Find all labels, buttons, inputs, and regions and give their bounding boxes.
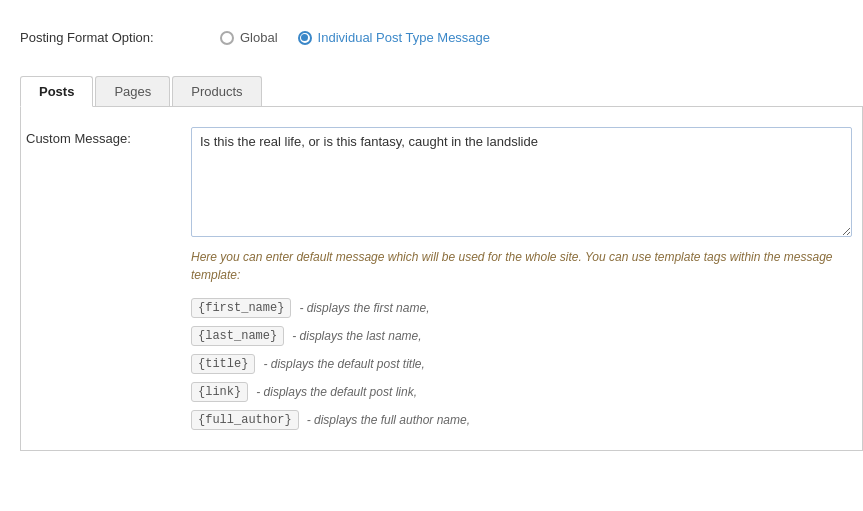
tag-description: - displays the first name,: [299, 301, 429, 315]
tag-description: - displays the default post title,: [263, 357, 424, 371]
radio-global-circle: [220, 31, 234, 45]
tag-description: - displays the default post link,: [256, 385, 417, 399]
posting-format-row: Posting Format Option: Global Individual…: [20, 20, 863, 55]
tab-posts[interactable]: Posts: [20, 76, 93, 107]
tab-pages[interactable]: Pages: [95, 76, 170, 106]
message-field-container: Here you can enter default message which…: [191, 127, 862, 430]
radio-individual[interactable]: Individual Post Type Message: [298, 30, 490, 45]
tag-badge: {full_author}: [191, 410, 299, 430]
tag-badge: {first_name}: [191, 298, 291, 318]
radio-global[interactable]: Global: [220, 30, 278, 45]
tag-row: {title}- displays the default post title…: [191, 354, 852, 374]
tag-badge: {last_name}: [191, 326, 284, 346]
tag-description: - displays the full author name,: [307, 413, 470, 427]
tag-row: {first_name}- displays the first name,: [191, 298, 852, 318]
tag-badge: {title}: [191, 354, 255, 374]
custom-message-textarea[interactable]: [191, 127, 852, 237]
radio-options: Global Individual Post Type Message: [220, 30, 490, 45]
tag-row: {full_author}- displays the full author …: [191, 410, 852, 430]
custom-message-label: Custom Message:: [21, 127, 191, 146]
tab-products[interactable]: Products: [172, 76, 261, 106]
tab-content-area: Custom Message: Here you can enter defau…: [20, 107, 863, 451]
tag-description: - displays the last name,: [292, 329, 421, 343]
radio-global-label: Global: [240, 30, 278, 45]
radio-individual-circle: [298, 31, 312, 45]
tag-row: {last_name}- displays the last name,: [191, 326, 852, 346]
radio-individual-label: Individual Post Type Message: [318, 30, 490, 45]
help-text: Here you can enter default message which…: [191, 248, 852, 284]
tags-list: {first_name}- displays the first name,{l…: [191, 298, 852, 430]
custom-message-row: Custom Message: Here you can enter defau…: [21, 127, 862, 430]
tag-row: {link}- displays the default post link,: [191, 382, 852, 402]
posting-format-label: Posting Format Option:: [20, 30, 190, 45]
tabs-container: Posts Pages Products: [20, 75, 863, 107]
tag-badge: {link}: [191, 382, 248, 402]
